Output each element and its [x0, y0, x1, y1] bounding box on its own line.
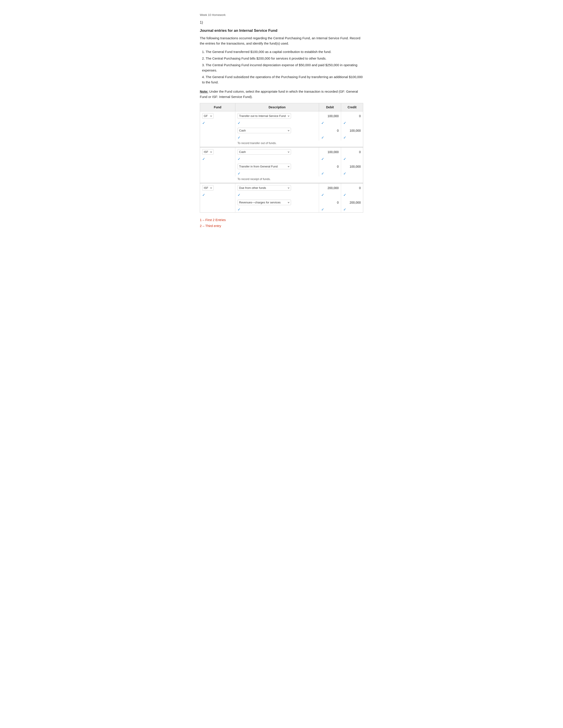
entry3-sub-desc-cell: Revenues—charges for services Cash Trans… — [235, 198, 319, 207]
col-description: Description — [235, 103, 319, 111]
checkmark-icon: ✓ — [237, 193, 240, 197]
note-paragraph: Note: Under the Fund column, select the … — [200, 89, 363, 99]
entry1-debit: 100,000 — [319, 111, 341, 121]
links-section: 1 – First 2 Entries 2 – Third entry — [200, 218, 363, 228]
entry2-sub-check-fund — [200, 171, 235, 176]
checkmark-icon: ✓ — [321, 193, 324, 197]
entry1-desc-cell: Transfer out to Internal Service Fund Ca… — [235, 111, 319, 121]
checkmark-icon: ✓ — [237, 157, 240, 161]
entry3-fund-select[interactable]: ISF GF — [202, 185, 213, 191]
entry1-fund-select[interactable]: GF ISF — [202, 113, 213, 119]
entry1-sub-check-debit: ✓ — [319, 135, 341, 141]
entry3-sub-debit: 0 — [319, 198, 341, 207]
entry1-sub-fund-cell — [200, 126, 235, 135]
entry3-sub-credit: 200,000 — [341, 198, 363, 207]
table-row: Cash Transfer out to Internal Service Fu… — [200, 126, 363, 135]
link-1[interactable]: 1 – First 2 Entries — [200, 218, 363, 222]
col-credit: Credit — [341, 103, 363, 111]
entry1-check-fund: ✓ — [200, 120, 235, 126]
entry2-memo-row: To record receipt of funds. — [200, 176, 363, 183]
table-row: GF ISF Transfer out to Internal Service … — [200, 111, 363, 121]
entry3-sub-fund-cell — [200, 198, 235, 207]
entry2-sub-desc-cell: Transfer in from General Fund Cash Trans… — [235, 162, 319, 171]
entry2-sub-fund-cell — [200, 162, 235, 171]
entry3-check-desc: ✓ — [235, 192, 319, 198]
checkmark-icon: ✓ — [237, 172, 240, 175]
journal-table: Fund Description Debit Credit GF ISF Tra… — [200, 103, 363, 213]
entry1-memo: To record transfer out of funds. — [235, 141, 363, 147]
entry3-credit: 0 — [341, 183, 363, 192]
entry3-fund-cell: ISF GF — [200, 183, 235, 192]
table-row: ISF GF Cash Transfer out to Internal Ser… — [200, 147, 363, 156]
question-number: 1) — [200, 21, 363, 24]
checkmark-icon: ✓ — [343, 157, 346, 161]
checkmark-icon: ✓ — [202, 193, 205, 197]
entry3-check-row: ✓ ✓ ✓ ✓ — [200, 192, 363, 198]
checkmark-icon: ✓ — [343, 136, 346, 139]
entry3-check-debit: ✓ — [319, 192, 341, 198]
entry3-debit: 200,000 — [319, 183, 341, 192]
transaction-3: 3. The Central Purchasing Fund incurred … — [202, 62, 363, 73]
entry2-sub-credit: 100,000 — [341, 162, 363, 171]
entry2-fund-cell: ISF GF — [200, 147, 235, 156]
entry3-sub-check-fund — [200, 207, 235, 213]
entry3-sub-check-debit: ✓ — [319, 207, 341, 213]
checkmark-icon: ✓ — [237, 208, 240, 211]
entry2-check-debit: ✓ — [319, 156, 341, 162]
checkmark-icon: ✓ — [237, 136, 240, 139]
entry2-sub-desc-select[interactable]: Transfer in from General Fund Cash Trans… — [237, 164, 291, 169]
checkmark-icon: ✓ — [321, 172, 324, 175]
checkmark-icon: ✓ — [343, 208, 346, 211]
note-body: Under the Fund column, select the approp… — [200, 90, 358, 99]
entry2-fund-select[interactable]: ISF GF — [202, 149, 213, 155]
entry3-sub-check-desc: ✓ — [235, 207, 319, 213]
col-fund: Fund — [200, 103, 235, 111]
entry3-desc-select[interactable]: Due from other funds Cash Transfer out t… — [237, 185, 291, 191]
checkmark-icon: ✓ — [321, 208, 324, 211]
entry1-sub-debit: 0 — [319, 126, 341, 135]
entry1-fund-cell: GF ISF — [200, 111, 235, 121]
entry1-sub-credit: 100,000 — [341, 126, 363, 135]
entry1-sub-check-row: ✓ ✓ ✓ — [200, 135, 363, 141]
entry1-sub-check-desc: ✓ — [235, 135, 319, 141]
checkmark-icon: ✓ — [321, 121, 324, 125]
entry2-check-desc: ✓ — [235, 156, 319, 162]
entry2-sub-check-row: ✓ ✓ ✓ — [200, 171, 363, 176]
link-2[interactable]: 2 – Third entry — [200, 224, 363, 228]
entry1-memo-row: To record transfer out of funds. — [200, 141, 363, 147]
note-label: Note: — [200, 90, 208, 93]
checkmark-icon: ✓ — [321, 136, 324, 139]
table-header-row: Fund Description Debit Credit — [200, 103, 363, 111]
entry2-check-fund: ✓ — [200, 156, 235, 162]
entry1-sub-desc-cell: Cash Transfer out to Internal Service Fu… — [235, 126, 319, 135]
transactions-list: 1. The General Fund transferred $100,000… — [200, 49, 363, 85]
entry1-sub-desc-select[interactable]: Cash Transfer out to Internal Service Fu… — [237, 128, 291, 133]
entry3-desc-cell: Due from other funds Cash Transfer out t… — [235, 183, 319, 192]
table-row: Transfer in from General Fund Cash Trans… — [200, 162, 363, 171]
entry2-memo: To record receipt of funds. — [235, 176, 363, 183]
checkmark-icon: ✓ — [343, 121, 346, 125]
entry1-check-debit: ✓ — [319, 120, 341, 126]
entry1-credit: 0 — [341, 111, 363, 121]
checkmark-icon: ✓ — [343, 193, 346, 197]
entry2-sub-check-credit: ✓ — [341, 171, 363, 176]
table-row: Revenues—charges for services Cash Trans… — [200, 198, 363, 207]
checkmark-icon: ✓ — [202, 157, 205, 161]
entry2-sub-debit: 0 — [319, 162, 341, 171]
checkmark-icon: ✓ — [202, 121, 205, 125]
entry1-desc-select[interactable]: Transfer out to Internal Service Fund Ca… — [237, 113, 291, 119]
entry2-sub-check-desc: ✓ — [235, 171, 319, 176]
entry3-check-credit: ✓ — [341, 192, 363, 198]
entry1-check-desc: ✓ — [235, 120, 319, 126]
entry2-desc-cell: Cash Transfer out to Internal Service Fu… — [235, 147, 319, 156]
checkmark-icon: ✓ — [343, 172, 346, 175]
entry3-sub-desc-select[interactable]: Revenues—charges for services Cash Trans… — [237, 200, 291, 205]
entry3-sub-check-credit: ✓ — [341, 207, 363, 213]
entry2-sub-check-debit: ✓ — [319, 171, 341, 176]
transaction-2: 2. The Central Purchasing Fund bills $20… — [202, 56, 363, 61]
entry2-debit: 100,000 — [319, 147, 341, 156]
transaction-1: 1. The General Fund transferred $100,000… — [202, 49, 363, 54]
entry2-desc-select[interactable]: Cash Transfer out to Internal Service Fu… — [237, 149, 291, 155]
entry1-sub-check-credit: ✓ — [341, 135, 363, 141]
entry1-sub-check-fund — [200, 135, 235, 141]
